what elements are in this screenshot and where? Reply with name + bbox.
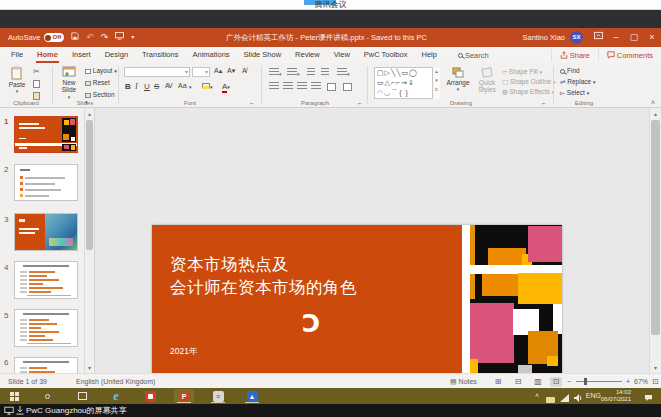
paste-button[interactable]: Paste ▾ [6,66,28,94]
slide-thumbnail-2[interactable] [14,164,78,201]
shape-fill-button[interactable]: ▱ Shape Fill ▾ [502,68,542,76]
shape-gallery[interactable]: ▢▷╲╲▭◯ ▭△⌐⌐⇒⇓ ◠◡⌒{ } [374,67,440,99]
bold-button[interactable]: B [125,82,131,91]
line-spacing-icon[interactable]: ▾ [337,68,350,78]
redo-icon[interactable]: ↷ [101,28,109,47]
tab-pwc-toolbox[interactable]: PwC Toolbox [357,47,415,63]
paste-caret-icon[interactable]: ▾ [6,88,28,94]
tab-transitions[interactable]: Transitions [135,47,185,63]
minimize-button[interactable]: – [607,28,625,47]
input-language-indicator[interactable]: ENG [586,388,601,404]
slide-counter[interactable]: Slide 1 of 39 [8,374,47,389]
search-box[interactable]: Search [458,51,489,60]
slide-thumbnail-4[interactable] [14,261,78,299]
view-reading-icon[interactable]: ▥ [532,377,544,387]
zoom-in-button[interactable]: + [626,374,630,389]
slide-thumbnail-1[interactable] [14,116,78,153]
collapse-ribbon-icon[interactable]: ˄ [651,99,655,106]
autosave-toggle[interactable]: Off [44,33,65,42]
scroll-down-icon[interactable]: ▾ [85,364,94,371]
language-indicator[interactable]: English (United Kingdom) [76,374,155,389]
notes-button[interactable]: ▤ Notes [450,374,477,389]
tab-help[interactable]: Help [414,47,443,63]
font-dialog-launcher-icon[interactable]: ⌐ [250,100,254,106]
powerpoint-taskbar-icon[interactable]: P [174,389,194,403]
slide-title-block[interactable] [152,225,462,385]
view-slide-sorter-icon[interactable]: ⊟ [512,377,524,387]
font-name-combobox[interactable]: ▾ [124,67,190,77]
fit-to-window-icon[interactable]: ⊡ [652,374,659,389]
save-icon[interactable] [71,28,79,47]
restore-button[interactable]: ▢ [625,28,643,47]
scrollbar-thumb[interactable] [86,120,93,250]
browser-icon[interactable]: e [106,389,126,403]
canvas-scrollbar[interactable]: ▴ ▾ [649,108,661,373]
shrink-font-icon[interactable]: A▾ [227,67,235,75]
copy-icon[interactable] [33,79,40,88]
taskbar-search-icon[interactable] [38,389,58,403]
tray-expand-icon[interactable]: ˄ [535,388,539,404]
tab-file[interactable]: File [4,47,30,63]
zoom-level[interactable]: 67% [634,374,648,389]
paragraph-dialog-launcher-icon[interactable]: ⌐ [358,100,362,106]
tab-home[interactable]: Home [30,47,65,63]
grow-font-icon[interactable]: A▴ [214,67,222,75]
shape-outline-button[interactable]: ▢ Shape Outline ▾ [502,78,556,86]
share-button[interactable]: Share [551,49,598,61]
arrange-button[interactable]: Arrange ▾ [444,67,472,92]
view-slideshow-icon[interactable]: ⊡ [550,377,562,387]
canvas-scroll-up-icon[interactable]: ▴ [650,110,661,117]
slide-thumbnail-6[interactable] [14,357,78,373]
replace-button[interactable]: ⇄ Replace ▾ [560,78,595,86]
numbering-icon[interactable]: ▾ [287,68,300,78]
bullets-icon[interactable]: ▾ [269,68,282,78]
zoom-out-button[interactable]: − [567,374,571,389]
shape-gallery-scroll[interactable]: ▴ ▾ ≡ [432,67,440,99]
character-spacing-button[interactable]: AV [165,82,172,89]
font-color-button[interactable]: A▾ [222,82,230,91]
align-center-icon[interactable] [283,82,293,92]
avatar[interactable]: SX [570,31,583,44]
tab-design[interactable]: Design [98,47,135,63]
columns-icon[interactable] [327,82,336,91]
zoom-slider-thumb[interactable] [584,378,587,385]
highlight-color-button[interactable]: ▾ [202,82,213,91]
scroll-up-icon[interactable]: ▴ [85,110,94,117]
new-slide-button[interactable]: New Slide ▾ [56,66,82,100]
drawing-dialog-launcher-icon[interactable]: ⌐ [542,100,546,106]
notes-app-icon[interactable]: ≡ [208,389,228,403]
slide-thumbnail-5[interactable] [14,309,78,347]
justify-icon[interactable] [311,82,321,92]
undo-icon[interactable]: ↶ [86,28,94,47]
decrease-indent-icon[interactable] [307,68,315,78]
qat-customize-caret-icon[interactable]: ▾ [131,28,134,47]
slide-thumbnail-3[interactable] [14,213,78,251]
tab-insert[interactable]: Insert [65,47,98,63]
font-size-combobox[interactable]: ▾ [192,67,210,77]
tab-animations[interactable]: Animations [185,47,236,63]
slide-title[interactable]: 资本市场热点及 会计师在资本市场的角色 [170,253,357,299]
canvas-scroll-down-icon[interactable]: ▾ [650,364,661,371]
change-case-button[interactable]: Aa [178,82,187,89]
ribbon-display-options-icon[interactable] [589,28,607,47]
tab-slide-show[interactable]: Slide Show [237,47,289,63]
quick-styles-button[interactable]: Quick Styles [474,67,500,94]
layout-button[interactable]: Layout ▾ [85,67,117,74]
align-left-icon[interactable] [269,82,279,92]
canvas-scrollbar-thumb[interactable] [651,120,660,335]
shape-effects-button[interactable]: ◍ Shape Effects ▾ [502,88,554,96]
close-button[interactable]: × [643,28,661,47]
view-normal-icon[interactable]: ⊞ [492,377,504,387]
gallery-more-icon[interactable]: ≡ [433,85,440,94]
gallery-scroll-up-icon[interactable]: ▴ [433,67,440,76]
format-painter-icon[interactable] [33,91,40,100]
select-button[interactable]: ▻ Select ▾ [560,89,589,97]
reset-button[interactable]: Reset [85,79,110,86]
red-app-icon[interactable] [140,389,160,403]
increase-indent-icon[interactable] [321,68,329,78]
start-presentation-icon[interactable] [115,28,124,47]
comments-button[interactable]: Comments [598,49,661,61]
tab-view[interactable]: View [327,47,357,63]
align-right-icon[interactable] [297,82,307,92]
clear-formatting-icon[interactable]: A̸ [242,67,247,74]
